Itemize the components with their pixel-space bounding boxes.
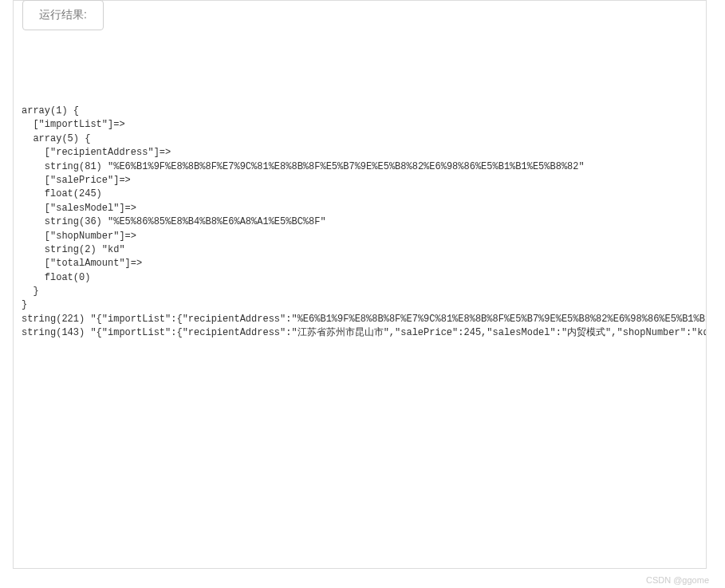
output-container: array(1) { ["importList"]=> array(5) { [… xyxy=(13,0,707,569)
code-output[interactable]: array(1) { ["importList"]=> array(5) { [… xyxy=(14,1,706,568)
watermark-text: CSDN @ggome xyxy=(646,575,709,585)
result-tab[interactable]: 运行结果: xyxy=(22,0,104,30)
result-tab-label: 运行结果: xyxy=(39,8,87,21)
